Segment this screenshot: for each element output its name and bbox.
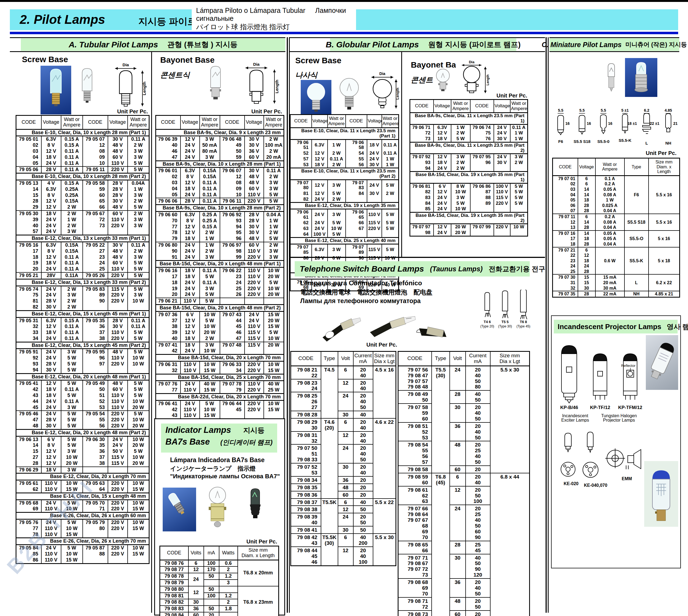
table-cell: 24 V [180,154,200,161]
table-cell: 79 06 65 [346,209,367,220]
table-cell: 66 [346,220,367,226]
table-cell: 25 [83,266,108,272]
table-cell: 17 [16,248,41,254]
table-cell: 10 W [61,551,83,557]
table-cell: 47 [156,154,180,161]
table-cell: 06 [553,203,578,208]
table-cell [470,230,494,236]
table-cell: 05 [156,192,180,198]
table-cell: 24 V [180,248,200,254]
table-cell: 110 V [244,381,264,387]
indicator-bulb-image [163,488,196,531]
globular-lamp-photo-clear [335,75,364,114]
table-cell: 6 [338,534,353,547]
table-cell: 20 W [128,442,149,448]
section-b-band: B. Globular Pilot Lamps 원형 지시등 (파이로트 램프) [330,38,516,51]
table-cell: 34 [16,336,41,342]
table-cell: 5 W [128,330,149,336]
table-cell: 79 08 79 [160,579,189,586]
table-cell: 3 W [128,193,149,198]
table-cell: 20 [353,476,373,484]
divider [151,51,152,613]
table-cell: 55 [346,156,367,162]
exciter-diagram-image: KE-020 KE-040,070 EMM [554,425,642,494]
table-cell: 56 [83,423,108,429]
table-cell: 220 V [244,407,264,413]
table-cell: 24 [338,513,353,526]
table-cell: 24 [338,444,353,463]
table-cell: 20 40 50 [353,444,373,463]
rule [550,51,679,52]
table-cell: 24 V [41,349,61,355]
divider [401,51,402,257]
table-cell: 79 08 83 [160,606,189,612]
telephone-diagrams: T4 6 (Type 20) T5 5 (Type 30) T6 8 (Type… [477,290,531,331]
globular-bayonet-table: CODEVoltageWatt or AmpereCODEVoltageWatt… [409,99,528,237]
table-cell [219,612,238,616]
table-cell: 24 V [41,292,61,298]
table-cell: 10 W [264,286,284,292]
table-cell: 20 mA [596,280,624,286]
table-cell: 220 V [244,280,264,286]
a-screw-unit-label: Unit Per Pc. [104,108,148,115]
table-cell: 79 08 28 [291,411,321,418]
table-cell: 5 W [382,226,399,232]
table-cell: 0.25 A [200,211,220,218]
table-cell: 55 [83,417,108,423]
section-b-title-kr: 원형 지시등 (파이로트 램프) [428,40,521,49]
table-cell: 79 06 44 [220,400,244,406]
table-cell: 8 V [180,218,200,224]
telephone-diagram-label-1: T4 6 [484,320,491,324]
exciter-diagrams: KE-020 KE-040,070 EMM [554,425,642,494]
table-cell: 30 V [108,198,128,204]
table-cell: 6 V [41,436,61,442]
table-cell: 12 [338,547,353,566]
table-cell: 77 [156,387,180,393]
table-cell: 6 [578,214,596,220]
table-cell: 20 W [200,330,220,336]
group-header: Base E-12, Clear, Dia, 20 x Length 48 mm… [16,429,149,436]
table-cell: 5 W [128,448,149,455]
table-cell: 53 [290,162,312,168]
table-cell: 8 V [41,142,61,148]
table-cell: 79 07 83 [346,180,367,191]
table-cell: T4.6 (20) [321,418,338,499]
table-cell: 53 [83,405,108,411]
table-cell: 5 W [128,349,149,355]
table-cell: 2 W [61,298,83,304]
table-cell: 72 [83,217,108,223]
table-cell: 1 W [510,136,528,142]
table-cell: 79 05 74 [16,286,41,292]
table-cell: 20 40 50 [466,403,490,422]
table-cell: 0.11 A [128,317,149,324]
exciter-label: Incandescent [562,413,588,418]
svg-text:5.5: 5.5 [601,108,606,112]
table-cell: 79 05 95 [83,349,108,355]
table-cell: 82 [410,189,434,195]
group-header: Base E-26, Clear, Dia, 26 x Length 60 mm [16,512,149,519]
group-header: Base E-12, Clear, Dia, 13 x Length 33 mm… [16,279,149,286]
table-cell: 28 V [108,193,128,198]
table-cell: 18 V [41,393,61,399]
table-cell: 28 [578,291,596,297]
table-cell: 4.6 x 22 [373,418,396,499]
svg-text:(Type 20): (Type 20) [480,325,494,328]
table-cell: 32 [553,286,578,291]
table-cell [346,232,367,238]
table-cell: 110 V [244,267,264,274]
table-cell: 30 [578,286,596,291]
table-cell: 220 V [108,500,128,506]
group-header: Base E-12, Clear, Dia, 15 x Length 45 mm… [16,310,149,317]
table-cell: 36 [338,476,353,484]
table-cell: 79 06 29 [16,467,41,474]
table-cell [128,367,149,373]
table-cell: 0.05 A [596,236,624,241]
table-cell: 79 08 36 [291,491,321,499]
table-cell: 24 V [41,217,61,223]
table-cell: 2 W [61,286,83,292]
telephone-line-es: Lámparas para Conmutador Telefónico [300,279,422,287]
table-cell: 79 05 54 [83,411,108,417]
column-header: Current mA [353,352,373,366]
dimension-diagram: Dia Length [456,60,491,97]
table-cell: 32 [156,368,180,374]
